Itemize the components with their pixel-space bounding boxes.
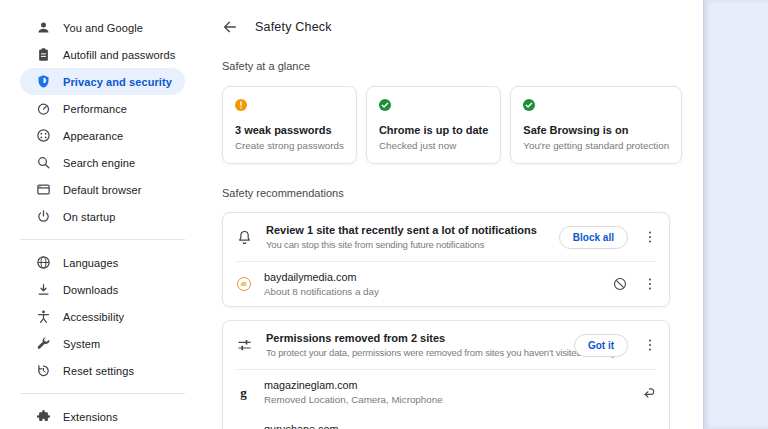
tune-sliders-icon (236, 337, 253, 354)
sidebar-item-appearance[interactable]: Appearance (20, 122, 185, 149)
got-it-button[interactable]: Got it (574, 334, 628, 357)
wrench-icon (36, 336, 51, 351)
more-options-icon[interactable] (643, 337, 657, 353)
sidebar-item-label: Appearance (63, 130, 123, 142)
notifications-card-texts: Review 1 site that recently sent a lot o… (266, 224, 546, 250)
power-icon (36, 209, 51, 224)
site-texts: magazineglam.com Removed Location, Camer… (264, 379, 628, 405)
globe-icon (36, 255, 51, 270)
glance-card-subtitle: Checked just now (379, 140, 488, 151)
sidebar-item-default-browser[interactable]: Default browser (20, 176, 185, 203)
autofill-icon (36, 47, 51, 62)
glance-card-title: 3 weak passwords (235, 124, 344, 136)
performance-icon (36, 101, 51, 116)
sidebar-item-downloads[interactable]: Downloads (20, 276, 185, 303)
ok-check-icon (523, 99, 535, 111)
back-arrow-icon[interactable] (222, 19, 238, 35)
sidebar-item-autofill[interactable]: Autofill and passwords (20, 41, 185, 68)
notifications-review-card: Review 1 site that recently sent a lot o… (222, 212, 670, 307)
glance-card-weak-passwords[interactable]: 3 weak passwords Create strong passwords (222, 86, 357, 164)
magazineglam-favicon: g (236, 385, 251, 400)
default-browser-icon (36, 182, 51, 197)
sidebar-item-extensions[interactable]: Extensions (20, 403, 185, 429)
undo-icon[interactable] (641, 384, 657, 400)
sidebar-item-label: You and Google (63, 22, 143, 34)
settings-sidebar: You and Google Autofill and passwords Pr… (0, 0, 222, 429)
sidebar-item-label: Accessibility (63, 311, 124, 323)
sidebar-item-you-and-google[interactable]: You and Google (20, 14, 185, 41)
sidebar-item-label: System (63, 338, 100, 350)
site-domain: magazineglam.com (264, 379, 628, 391)
site-row-magazineglam: g magazineglam.com Removed Location, Cam… (223, 370, 669, 414)
permissions-removed-card: Permissions removed from 2 sites To prot… (222, 320, 670, 429)
desktop-background-strip (703, 0, 768, 429)
person-icon (36, 20, 51, 35)
sidebar-item-privacy-and-security[interactable]: Privacy and security (20, 68, 185, 95)
warning-icon (235, 99, 247, 111)
sidebar-item-languages[interactable]: Languages (20, 249, 185, 276)
sidebar-item-system[interactable]: System (20, 330, 185, 357)
sidebar-item-label: Downloads (63, 284, 118, 296)
more-options-icon[interactable] (643, 276, 657, 292)
sidebar-item-label: Languages (63, 257, 118, 269)
ok-check-icon (379, 99, 391, 111)
notifications-card-header: Review 1 site that recently sent a lot o… (223, 213, 669, 261)
baydailymedia-favicon: dB (236, 277, 251, 292)
sidebar-item-label: Reset settings (63, 365, 134, 377)
sidebar-item-label: Extensions (63, 411, 118, 423)
more-options-icon[interactable] (643, 229, 657, 245)
sidebar-item-label: On startup (63, 211, 115, 223)
permissions-card-header: Permissions removed from 2 sites To prot… (223, 321, 669, 369)
block-all-button[interactable]: Block all (559, 226, 628, 249)
site-row-gurushape: GS gurushape.com Removed Location (223, 414, 669, 429)
permissions-card-texts: Permissions removed from 2 sites To prot… (266, 332, 561, 358)
accessibility-icon (36, 309, 51, 324)
glance-cards-row: 3 weak passwords Create strong passwords… (222, 86, 670, 164)
search-icon (36, 155, 51, 170)
permissions-card-subtitle: To protect your data, permissions were r… (266, 347, 561, 358)
page-header: Safety Check (222, 0, 670, 37)
reset-icon (36, 363, 51, 378)
glance-card-title: Safe Browsing is on (523, 124, 669, 136)
appearance-icon (36, 128, 51, 143)
puzzle-icon (36, 409, 51, 424)
glance-card-safe-browsing[interactable]: Safe Browsing is on You're getting stand… (510, 86, 682, 164)
notifications-card-title: Review 1 site that recently sent a lot o… (266, 224, 546, 236)
section-safety-recommendations: Safety recommendations (222, 187, 670, 199)
glance-card-title: Chrome is up to date (379, 124, 488, 136)
sidebar-item-on-startup[interactable]: On startup (20, 203, 185, 230)
notifications-card-subtitle: You can stop this site from sending futu… (266, 239, 546, 250)
sidebar-item-label: Default browser (63, 184, 142, 196)
sidebar-item-label: Performance (63, 103, 127, 115)
glance-card-subtitle: Create strong passwords (235, 140, 344, 151)
permissions-card-title: Permissions removed from 2 sites (266, 332, 561, 344)
sidebar-item-search-engine[interactable]: Search engine (20, 149, 185, 176)
sidebar-item-label: Search engine (63, 157, 135, 169)
bell-icon (236, 229, 253, 246)
site-domain: gurushape.com (264, 423, 628, 429)
site-domain: baydailymedia.com (264, 271, 599, 283)
sidebar-divider (20, 239, 185, 240)
page-title: Safety Check (255, 20, 332, 34)
safety-check-page: Safety Check Safety at a glance 3 weak p… (222, 0, 670, 429)
site-detail: Removed Location, Camera, Microphone (264, 394, 628, 405)
sidebar-item-label: Autofill and passwords (63, 49, 175, 61)
privacy-shield-icon (36, 74, 51, 89)
glance-card-subtitle: You're getting standard protection (523, 140, 669, 151)
download-icon (36, 282, 51, 297)
sidebar-divider (20, 393, 185, 394)
site-texts: baydailymedia.com About 8 notifications … (264, 271, 599, 297)
sidebar-item-label: Privacy and security (63, 76, 172, 88)
sidebar-item-reset-settings[interactable]: Reset settings (20, 357, 185, 384)
site-texts: gurushape.com Removed Location (264, 423, 628, 429)
site-detail: About 8 notifications a day (264, 286, 599, 297)
sidebar-item-performance[interactable]: Performance (20, 95, 185, 122)
site-row-baydailymedia: dB baydailymedia.com About 8 notificatio… (223, 262, 669, 306)
glance-card-chrome-updated[interactable]: Chrome is up to date Checked just now (366, 86, 501, 164)
sidebar-item-accessibility[interactable]: Accessibility (20, 303, 185, 330)
block-site-icon[interactable] (612, 276, 628, 292)
section-safety-at-a-glance: Safety at a glance (222, 60, 670, 72)
